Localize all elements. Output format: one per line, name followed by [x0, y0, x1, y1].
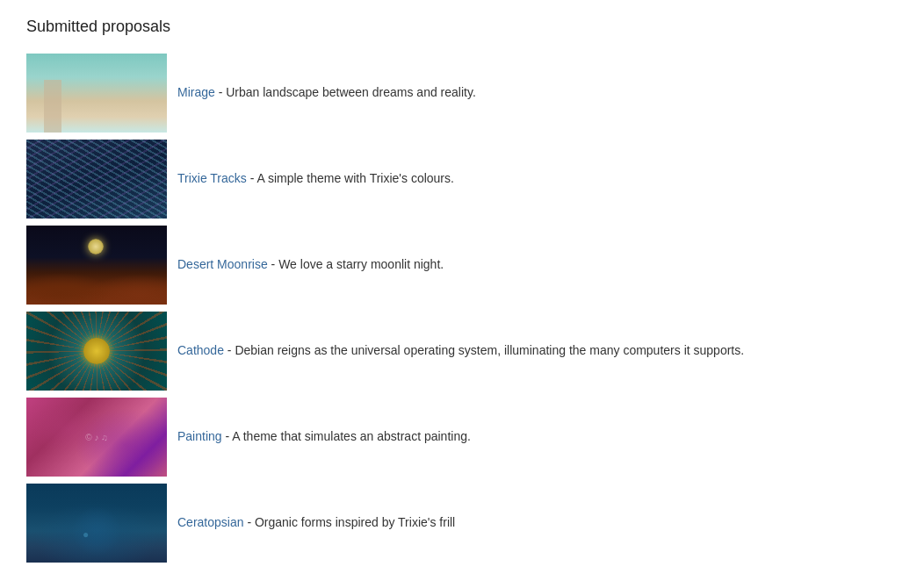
proposal-item-mirage: Mirage - Urban landscape between dreams … — [26, 54, 891, 133]
proposal-item-desert-moonrise: Desert Moonrise - We love a starry moonl… — [26, 226, 891, 305]
proposal-thumbnail-ceratopsian — [26, 484, 167, 563]
proposal-link-trixie-tracks[interactable]: Trixie Tracks — [177, 171, 247, 185]
proposal-description-painting: - A theme that simulates an abstract pai… — [222, 429, 471, 443]
proposal-text-painting: Painting - A theme that simulates an abs… — [177, 428, 471, 446]
proposal-thumbnail-trixie-tracks — [26, 140, 167, 219]
proposal-thumbnail-mirage — [26, 54, 167, 133]
proposal-link-painting[interactable]: Painting — [177, 429, 222, 443]
proposal-description-mirage: - Urban landscape between dreams and rea… — [215, 85, 476, 99]
proposal-link-cathode[interactable]: Cathode — [177, 343, 224, 357]
proposal-link-ceratopsian[interactable]: Ceratopsian — [177, 515, 244, 529]
page-title: Submitted proposals — [26, 18, 891, 36]
proposal-text-mirage: Mirage - Urban landscape between dreams … — [177, 84, 476, 102]
proposal-text-trixie-tracks: Trixie Tracks - A simple theme with Trix… — [177, 170, 454, 188]
proposal-text-desert-moonrise: Desert Moonrise - We love a starry moonl… — [177, 256, 444, 274]
proposal-link-mirage[interactable]: Mirage — [177, 85, 215, 99]
proposal-description-cathode: - Debian reigns as the universal operati… — [224, 343, 744, 357]
proposal-item-trixie-tracks: Trixie Tracks - A simple theme with Trix… — [26, 140, 891, 219]
proposal-link-desert-moonrise[interactable]: Desert Moonrise — [177, 257, 268, 271]
proposal-text-cathode: Cathode - Debian reigns as the universal… — [177, 342, 744, 360]
proposal-thumbnail-desert-moonrise — [26, 226, 167, 305]
proposal-thumbnail-cathode — [26, 312, 167, 391]
proposal-text-ceratopsian: Ceratopsian - Organic forms inspired by … — [177, 514, 455, 532]
proposals-list: Mirage - Urban landscape between dreams … — [26, 54, 891, 570]
proposal-item-cathode: Cathode - Debian reigns as the universal… — [26, 312, 891, 391]
proposal-description-ceratopsian: - Organic forms inspired by Trixie's fri… — [244, 515, 456, 529]
proposal-item-painting: Painting - A theme that simulates an abs… — [26, 398, 891, 477]
proposal-thumbnail-painting — [26, 398, 167, 477]
proposal-description-desert-moonrise: - We love a starry moonlit night. — [268, 257, 444, 271]
proposal-description-trixie-tracks: - A simple theme with Trixie's colours. — [247, 171, 454, 185]
proposal-item-ceratopsian: Ceratopsian - Organic forms inspired by … — [26, 484, 891, 563]
